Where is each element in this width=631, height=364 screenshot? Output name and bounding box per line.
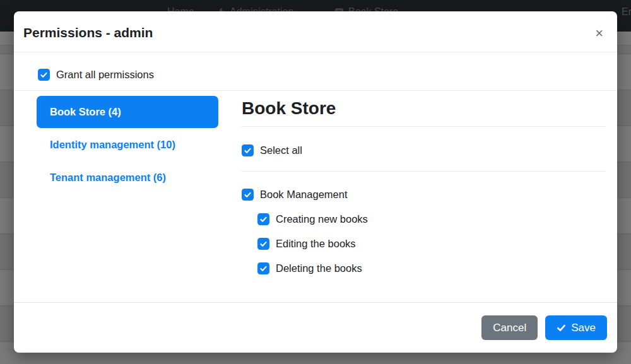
permission-group-tabs: Book Store (4) Identity management (10) … [37,96,218,287]
check-icon [244,191,252,199]
close-icon[interactable]: × [595,26,603,40]
tab-book-store[interactable]: Book Store (4) [37,96,218,128]
permission-columns: Book Store (4) Identity management (10) … [23,96,607,287]
permission-checkbox[interactable] [242,189,254,201]
permission-row-editing-the-books: Editing the books [257,238,606,250]
check-icon [259,264,268,273]
permission-row-creating-new-books: Creating new books [257,213,606,225]
check-icon [557,323,566,332]
viewport: Home Administration Book Store English [0,0,631,364]
permission-label[interactable]: Editing the books [276,238,356,250]
select-all-checkbox[interactable] [242,144,254,156]
save-button[interactable]: Save [545,315,607,340]
check-icon [259,240,268,248]
grant-all-row: Grant all permissions [38,69,607,81]
tab-tenant-management[interactable]: Tenant management (6) [37,161,218,194]
check-icon [259,215,268,223]
permission-label[interactable]: Deleting the books [276,262,362,274]
permission-label[interactable]: Book Management [260,189,348,201]
permission-group-content: Book Store Select all [242,96,606,287]
permission-row-deleting-the-books: Deleting the books [257,262,606,274]
modal-header: Permissions - admin × [14,11,617,52]
permission-checkbox[interactable] [257,262,269,274]
modal-footer: Cancel Save [14,302,617,353]
header-divider [15,90,616,91]
select-all-row: Select all [242,144,606,156]
cancel-button[interactable]: Cancel [481,315,538,340]
modal-title: Permissions - admin [23,25,602,40]
check-icon [40,71,48,79]
group-heading: Book Store [242,98,606,119]
select-all-divider [242,171,606,172]
tab-identity-management[interactable]: Identity management (10) [37,129,218,161]
select-all-label[interactable]: Select all [260,144,302,156]
save-button-label: Save [571,321,596,334]
grant-all-checkbox[interactable] [38,69,50,81]
permission-label[interactable]: Creating new books [276,213,368,225]
permission-checkbox[interactable] [257,238,269,250]
permission-tree: Book Management Creating new books [242,189,606,287]
grant-all-label[interactable]: Grant all permissions [56,69,154,81]
check-icon [244,146,252,155]
permissions-modal: Permissions - admin × Grant all permissi… [14,11,617,353]
modal-body: Grant all permissions Book Store (4) Ide… [14,52,617,302]
permission-checkbox[interactable] [257,213,269,225]
permission-row-book-management: Book Management [242,189,606,201]
heading-divider [242,126,606,127]
